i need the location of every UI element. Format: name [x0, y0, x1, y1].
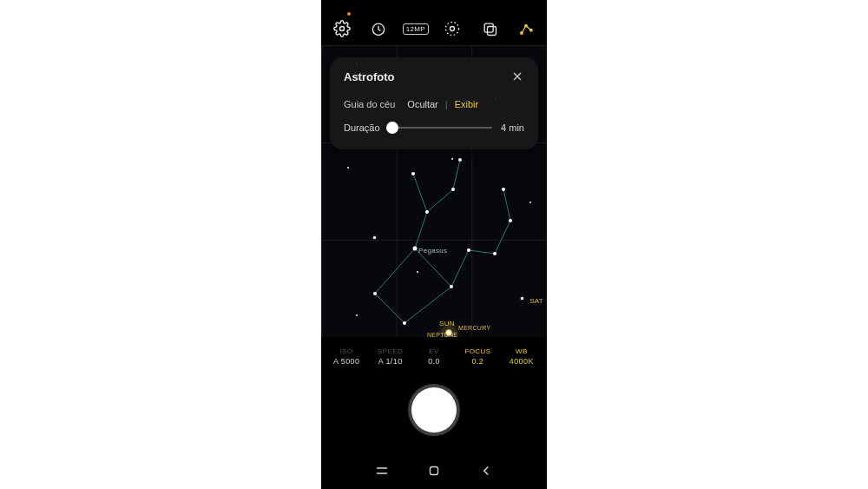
- body-label-sun: SUN: [439, 320, 455, 327]
- camera-top-toolbar: 12MP: [321, 16, 547, 42]
- svg-line-15: [451, 250, 469, 287]
- param-speed[interactable]: SPEED A 1/10: [368, 340, 411, 372]
- duration-value: 4 min: [501, 122, 524, 133]
- svg-point-31: [451, 188, 455, 191]
- sky-guide-option-show[interactable]: Exibir: [455, 99, 479, 109]
- param-wb[interactable]: WB 4000K: [500, 340, 543, 372]
- svg-point-0: [340, 27, 345, 31]
- param-ev[interactable]: EV 0.0: [412, 340, 456, 372]
- timer-icon[interactable]: [368, 18, 389, 39]
- sun-glow: [444, 328, 453, 337]
- svg-point-28: [493, 252, 496, 255]
- svg-point-29: [509, 219, 512, 222]
- svg-line-16: [469, 250, 495, 254]
- svg-point-32: [458, 158, 462, 162]
- svg-rect-5: [487, 27, 496, 36]
- camera-viewfinder[interactable]: Pegasus SAT SUN MERCURY NEPTUNE Astrofot…: [321, 45, 547, 337]
- svg-point-21: [373, 292, 377, 295]
- nav-home-icon[interactable]: [426, 463, 442, 479]
- camera-params-bar: ISO A 5000 SPEED A 1/10 EV 0.0 FOCUS 0.2…: [321, 340, 547, 372]
- param-focus[interactable]: FOCUS 0.2: [456, 340, 499, 372]
- slider-thumb[interactable]: [386, 122, 398, 134]
- motion-photo-icon[interactable]: [442, 18, 463, 39]
- svg-point-30: [502, 188, 505, 191]
- svg-rect-33: [431, 467, 438, 475]
- svg-line-13: [415, 212, 427, 248]
- svg-point-22: [413, 247, 418, 251]
- shutter-area: [321, 375, 547, 445]
- svg-line-9: [375, 248, 415, 294]
- body-label-sat: SAT: [529, 297, 543, 305]
- duration-row: Duração 4 min: [344, 122, 524, 134]
- svg-point-2: [450, 27, 455, 31]
- svg-point-25: [425, 210, 429, 214]
- svg-line-18: [503, 189, 510, 221]
- sky-guide-row: Guia do céu Ocultar | Exibir: [344, 99, 524, 109]
- svg-line-20: [453, 160, 460, 189]
- svg-line-12: [375, 294, 404, 323]
- svg-point-24: [403, 321, 406, 325]
- aspect-ratio-icon[interactable]: [479, 18, 500, 39]
- sky-guide-option-hide[interactable]: Ocultar: [407, 99, 437, 109]
- phone-frame: 12MP: [321, 0, 547, 489]
- astrofoto-panel: Astrofoto Guia do céu Ocultar | Exibir D…: [330, 57, 538, 149]
- duration-slider[interactable]: [389, 122, 493, 134]
- svg-rect-4: [484, 23, 493, 32]
- android-navbar: [321, 461, 547, 480]
- option-separator: |: [445, 99, 448, 109]
- svg-point-23: [450, 285, 453, 288]
- param-iso[interactable]: ISO A 5000: [325, 340, 368, 372]
- duration-label: Duração: [344, 122, 380, 133]
- body-label-neptune: NEPTUNE: [427, 332, 458, 337]
- nav-recents-icon[interactable]: [374, 463, 390, 479]
- body-label-mercury: MERCURY: [458, 325, 490, 331]
- close-icon[interactable]: [510, 69, 524, 83]
- astrofoto-panel-title: Astrofoto: [344, 70, 395, 83]
- svg-line-17: [495, 221, 510, 254]
- resolution-badge[interactable]: 12MP: [405, 18, 426, 39]
- shutter-button[interactable]: [411, 387, 457, 433]
- svg-line-11: [404, 287, 451, 323]
- svg-line-14: [413, 174, 427, 212]
- settings-icon[interactable]: [332, 18, 352, 39]
- sky-guide-label: Guia do céu: [344, 99, 395, 109]
- svg-point-26: [411, 172, 415, 175]
- constellation-label-pegasus: Pegasus: [418, 247, 447, 254]
- svg-point-27: [467, 248, 470, 252]
- astrophoto-mode-icon[interactable]: [516, 18, 536, 39]
- nav-back-icon[interactable]: [478, 463, 494, 479]
- svg-line-19: [427, 189, 453, 212]
- svg-point-3: [446, 23, 459, 36]
